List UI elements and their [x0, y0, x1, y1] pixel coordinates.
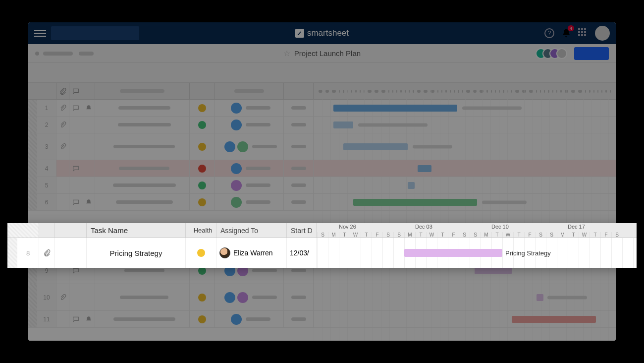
attachment-icon [59, 88, 66, 95]
health-cell[interactable] [186, 238, 216, 268]
brand-mark-icon: ✓ [295, 29, 304, 38]
subheader: ☆ Project Launch Plan [28, 44, 616, 63]
assignee-name: Eliza Warren [233, 249, 273, 257]
apps-icon[interactable] [578, 28, 588, 38]
gantt-bar[interactable]: Pricing Strategy [404, 249, 502, 257]
grid-pane: 1 2 3 4 5 [28, 83, 314, 341]
task-name-cell[interactable]: Pricing Strategy [87, 238, 186, 268]
notifications-icon[interactable]: 4 [561, 28, 571, 38]
favorite-star-icon[interactable]: ☆ [283, 49, 290, 58]
app-window: ✓ smartsheet ? 4 ☆ Project Launch Plan [28, 22, 616, 341]
col-assigned-to[interactable]: Assigned To [216, 223, 287, 238]
sheet-title: Project Launch Plan [294, 49, 361, 58]
notification-badge: 4 [568, 25, 574, 31]
table-row[interactable]: 3 [28, 133, 314, 160]
gantt-row[interactable] [314, 194, 616, 211]
highlight-column-headers: Task Name Health Assigned To Start D [7, 223, 317, 238]
table-row[interactable]: 8 Pricing Strategy Eliza Warren 12/03/ [7, 238, 317, 268]
row-number: 8 [17, 238, 39, 268]
gantt-row[interactable] [314, 284, 616, 311]
highlight-timescale: Nov 26Dec 03Dec 10Dec 17 SMTWTFSSMTWTFSS… [317, 223, 637, 238]
col-health[interactable]: Health [186, 223, 216, 238]
help-icon[interactable]: ? [544, 28, 554, 38]
table-row[interactable]: 1 [28, 100, 314, 117]
toolbar [28, 63, 616, 83]
health-indicator-icon [197, 249, 205, 257]
gantt-row[interactable]: Pricing Strategy [317, 238, 637, 268]
gantt-pane [314, 83, 616, 341]
gantt-row[interactable] [314, 177, 616, 194]
gantt-bar-label: Pricing Strategy [505, 249, 551, 257]
account-avatar[interactable] [595, 26, 610, 41]
gantt-timescale [314, 83, 616, 100]
brand-text: smartsheet [307, 28, 349, 38]
gantt-row[interactable] [314, 160, 616, 177]
table-row[interactable]: 2 [28, 117, 314, 133]
column-headers [28, 83, 314, 100]
table-row[interactable]: 4 [28, 160, 314, 177]
highlighted-row: Task Name Health Assigned To Start D 8 P… [7, 223, 637, 268]
assignee-avatar [219, 247, 230, 258]
comment-icon [72, 88, 79, 95]
sheet-title-area[interactable]: ☆ Project Launch Plan [283, 49, 361, 58]
share-button[interactable] [574, 47, 609, 60]
table-row[interactable]: 5 [28, 177, 314, 194]
attachment-cell[interactable] [39, 238, 55, 268]
context-placeholder [51, 26, 139, 40]
gantt-row[interactable] [314, 311, 616, 328]
col-start-date[interactable]: Start D [287, 223, 317, 238]
gantt-row[interactable] [314, 117, 616, 133]
col-task-name[interactable]: Task Name [87, 223, 186, 238]
menu-icon[interactable] [34, 27, 46, 39]
start-date-cell[interactable]: 12/03/ [287, 238, 317, 268]
table-row[interactable]: 10 [28, 284, 314, 311]
table-row[interactable]: 6 [28, 194, 314, 211]
gantt-row[interactable] [314, 133, 616, 160]
attachment-icon [44, 249, 51, 256]
table-row[interactable]: 11 [28, 311, 314, 328]
gantt-row[interactable] [314, 100, 616, 117]
presence-avatars[interactable] [539, 48, 567, 59]
assigned-to-cell[interactable]: Eliza Warren [216, 238, 287, 268]
brand-logo: ✓ smartsheet [295, 28, 349, 38]
titlebar: ✓ smartsheet ? 4 [28, 22, 616, 44]
